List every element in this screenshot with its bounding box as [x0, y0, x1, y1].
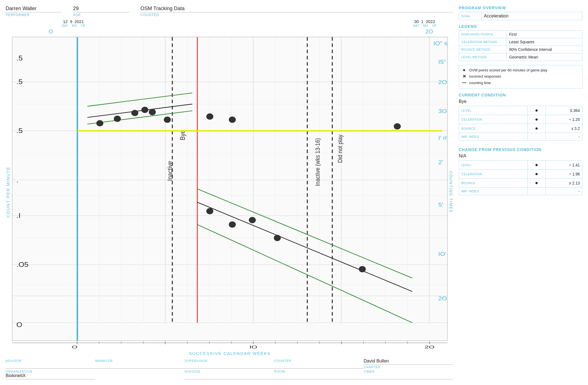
start-yr: 2021 [74, 19, 84, 24]
legend-title: LEGEND [459, 24, 582, 29]
day-label-2: DAY [413, 24, 419, 27]
bounce-method-label: BOUNCE METHOD [459, 46, 507, 53]
change-section: CHANGE FROM PREVIOUS CONDITION N/A LEVEL… [459, 147, 582, 198]
current-stats-table: LEVEL ● 0.364 CELERATION ● ÷ 1.25 BOUNCE… [459, 106, 582, 141]
bounce-label: BOUNCE [459, 124, 528, 133]
program-overview-title: PROGRAM OVERVIEW [459, 6, 582, 10]
manager-value [95, 363, 185, 369]
legend-symbols-box: ● OVM points scored per 60 minutes of ga… [459, 65, 582, 89]
level-method-label: LEVEL METHOD [459, 53, 507, 61]
celeration-method-label: CELERATION METHOD [459, 38, 507, 46]
room-label: ROOM [274, 370, 364, 373]
x-symbol: ✕ [461, 74, 467, 79]
svg-point-59 [359, 266, 366, 272]
change-celeration-value: ÷ 1.96 [546, 170, 582, 179]
performer-label: PERFORMER [6, 13, 62, 17]
division-label: DIVISION [185, 370, 274, 373]
svg-text:IO: IO [249, 345, 257, 349]
svg-text:I5": I5" [438, 58, 446, 65]
end-chart-marker: 2O [425, 28, 433, 35]
change-bounce-dot: ● [527, 179, 546, 188]
svg-text:3O": 3O" [438, 108, 447, 114]
division-value [185, 373, 274, 379]
age-value: 29 [73, 6, 129, 12]
level-label: LEVEL [459, 106, 528, 115]
change-celeration-dot: ● [527, 170, 546, 179]
counted-label: COUNTED [140, 13, 453, 17]
legend-item-dot: ● OVM points scored per 60 minutes of ga… [461, 67, 580, 73]
counter-label: COUNTER [274, 359, 364, 363]
change-level-dot: ● [527, 161, 546, 170]
svg-point-51 [394, 123, 401, 129]
advisor-label: ADVISOR [6, 359, 95, 363]
manager-label: MANAGER [95, 359, 185, 363]
change-bounce-value: x 2.13 [546, 179, 582, 188]
svg-text:.5: .5 [16, 78, 22, 85]
celeration-label: CELERATION [459, 115, 528, 124]
bounce-method-value: 90% Confidence Interval [507, 46, 582, 53]
yr-label-2: YR [432, 24, 436, 27]
program-overview-section: PROGRAM OVERVIEW GOAL Acceleration [459, 6, 582, 20]
organization-value: BiokinetiX [6, 373, 95, 379]
change-imp-dot [527, 188, 546, 195]
end-day: 30 [414, 19, 419, 24]
start-day: 12 [63, 19, 68, 24]
footer: ADVISOR ORGANIZATION BiokinetiX MANAGER … [6, 359, 453, 379]
change-imp-label: IMP. INDEX [459, 188, 528, 195]
svg-text:O: O [16, 321, 22, 328]
svg-text:.5: .5 [16, 127, 22, 134]
celeration-value: ÷ 1.25 [546, 115, 582, 124]
day-label-1: DAY [62, 24, 68, 27]
counted-field: OSM Tracking Data COUNTED [140, 6, 453, 17]
change-bounce-label: BOUNCE [459, 179, 528, 188]
svg-point-58 [274, 235, 281, 241]
svg-point-45 [131, 110, 138, 116]
goal-label: GOAL [459, 12, 482, 20]
charter-field: David Bullen CHARTER TIMER [364, 359, 453, 379]
svg-text:.O5: .O5 [16, 261, 28, 268]
end-yr: 2022 [426, 19, 435, 24]
celeration-dot: ● [527, 115, 546, 124]
bounce-dot: ● [527, 124, 546, 133]
x-axis-label: SUCCESSIVE CALENDAR WEEKS [12, 351, 448, 356]
organization-label: ORGANIZATION [6, 370, 95, 373]
x-text: incorrect responses [469, 74, 501, 78]
svg-text:O: O [72, 345, 78, 349]
change-level-label: LEVEL [459, 161, 528, 170]
change-title: CHANGE FROM PREVIOUS CONDITION [459, 147, 582, 152]
end-mo: 1 [421, 19, 423, 24]
svg-point-49 [206, 113, 213, 120]
svg-text:.: . [16, 176, 18, 183]
legend-table: DISPLAYED POINTS First CELERATION METHOD… [459, 30, 582, 61]
current-condition-section: CURRENT CONDITION Bye LEVEL ● 0.364 CELE… [459, 93, 582, 143]
start-mo: 9 [70, 19, 72, 24]
timer-label: TIMER [364, 370, 453, 373]
svg-text:Inactive (wks 13-16): Inactive (wks 13-16) [314, 138, 321, 186]
svg-text:Did not play: Did not play [337, 134, 343, 163]
svg-text:2O: 2O [424, 345, 435, 349]
change-level-value: ÷ 1.41 [546, 161, 582, 170]
advisor-field: ADVISOR ORGANIZATION BiokinetiX [6, 359, 95, 379]
svg-text:I' min: I' min [438, 134, 447, 141]
chart-svg: Inactive Bye Inactive (wks 13-16) Did no… [12, 37, 447, 341]
svg-text:.I: .I [16, 212, 21, 219]
imp-index-dot [527, 133, 546, 141]
celeration-method-value: Least Squares [507, 38, 582, 46]
level-dot: ● [527, 106, 546, 115]
yr-label-1: YR [81, 24, 85, 27]
svg-text:.5: .5 [16, 54, 22, 62]
supervisor-label: SUPERVISOR [185, 359, 274, 363]
svg-text:Inactive: Inactive [166, 161, 174, 181]
start-date: 12 9 2021 DAY MO YR [62, 19, 85, 27]
supervisor-value [185, 363, 274, 369]
svg-text:2O": 2O" [438, 79, 447, 85]
legend-item-dash: — counting time [461, 80, 580, 85]
room-value [274, 373, 364, 379]
imp-index-value: - [546, 133, 582, 141]
counter-value [274, 363, 364, 369]
svg-point-46 [141, 107, 148, 113]
svg-text:Bye: Bye [179, 130, 186, 140]
charter-label: CHARTER [364, 365, 453, 369]
svg-text:IO': IO' [438, 251, 446, 257]
displayed-points-value: First [507, 31, 582, 38]
